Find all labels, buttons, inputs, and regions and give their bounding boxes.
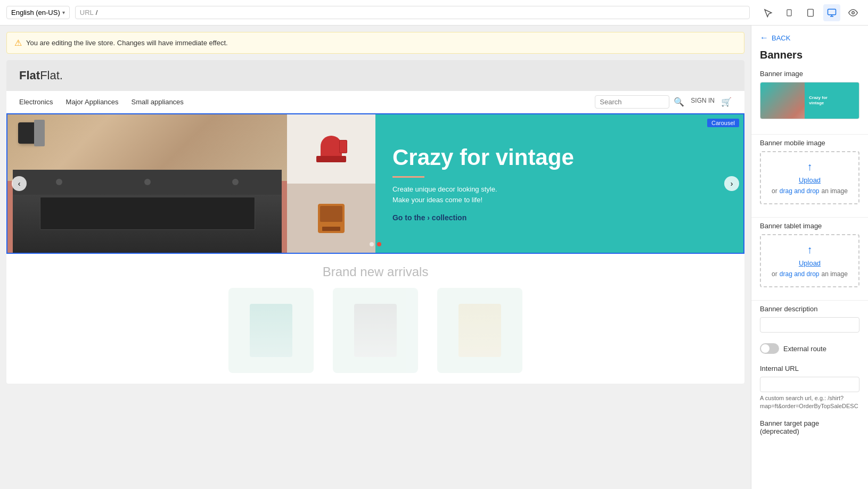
back-label: BACK bbox=[772, 34, 790, 42]
banner-description-input[interactable] bbox=[760, 317, 859, 333]
carousel-dot-2[interactable] bbox=[377, 242, 381, 246]
url-bar: URL / bbox=[75, 6, 750, 19]
product-image-3 bbox=[437, 288, 522, 373]
upload-or-text: or bbox=[772, 187, 777, 195]
banner-preview-overlay: Crazy for vintage bbox=[805, 82, 859, 119]
nav-search: 🔍 SIGN IN 🛒 bbox=[595, 95, 732, 109]
language-label: English (en-US) bbox=[11, 9, 60, 16]
search-input[interactable] bbox=[595, 95, 669, 109]
external-route-toggle[interactable] bbox=[760, 343, 779, 354]
banner-image-preview[interactable]: Crazy for vintage bbox=[760, 82, 859, 119]
cursor-icon[interactable] bbox=[759, 4, 776, 21]
product-grid bbox=[6, 288, 744, 384]
signin-label[interactable]: SIGN IN bbox=[691, 97, 715, 107]
svg-rect-4 bbox=[828, 9, 836, 15]
mobile-icon[interactable] bbox=[781, 4, 798, 21]
sidebar-title: Banners bbox=[751, 47, 868, 70]
banner-mid-bottom bbox=[287, 184, 375, 253]
banner-heading: Crazy for vintage bbox=[392, 145, 726, 170]
upload-tablet-image-text: an image bbox=[822, 270, 848, 278]
upload-tablet-drag-text: drag and drop bbox=[780, 270, 820, 278]
url-label: URL bbox=[80, 9, 94, 16]
svg-rect-0 bbox=[787, 10, 791, 16]
preview-text-line2: vintage bbox=[809, 101, 855, 106]
preview-text-line1: Crazy for bbox=[809, 95, 855, 101]
nav-icons: 🔍 SIGN IN 🛒 bbox=[674, 97, 732, 107]
back-button[interactable]: ← BACK bbox=[751, 26, 868, 47]
external-route-section: External route bbox=[751, 341, 868, 364]
desktop-icon[interactable] bbox=[823, 4, 840, 21]
svg-point-7 bbox=[852, 11, 855, 14]
upload-drag-text: drag and drop bbox=[780, 187, 820, 195]
upload-tablet-arrow-icon: ↑ bbox=[807, 244, 813, 256]
svg-rect-2 bbox=[808, 9, 814, 16]
banner-left-image bbox=[7, 114, 287, 253]
nav-item-electronics[interactable]: Electronics bbox=[19, 98, 53, 106]
main-layout: ⚠ You are editing the live store. Change… bbox=[0, 26, 868, 489]
cart-icon[interactable]: 🛒 bbox=[721, 97, 732, 107]
banner-middle bbox=[287, 114, 375, 253]
logo-bold: Flat bbox=[19, 69, 40, 82]
banner-tablet-label: Banner tablet image bbox=[760, 222, 859, 230]
banner-subtitle: Create unique decor looking style. Make … bbox=[392, 184, 499, 205]
banner-cta[interactable]: Go to the › collection bbox=[392, 213, 726, 222]
banner-description-section: Banner description bbox=[751, 305, 868, 341]
language-selector[interactable]: English (en-US) ▾ bbox=[6, 6, 70, 19]
upload-tablet-area[interactable]: ↑ Upload or drag and drop an image bbox=[760, 234, 859, 287]
url-value: / bbox=[96, 9, 98, 16]
store-nav: Electronics Major Appliances Small appli… bbox=[6, 91, 744, 113]
toggle-thumb bbox=[761, 344, 769, 353]
canvas-area: ⚠ You are editing the live store. Change… bbox=[0, 26, 751, 489]
target-page-section: Banner target page (deprecated) bbox=[751, 419, 868, 448]
product-card-1[interactable] bbox=[223, 288, 319, 373]
toolbar-icons bbox=[759, 4, 862, 21]
banner-mobile-label: Banner mobile image bbox=[760, 139, 859, 147]
internal-url-section: Internal URL A custom search url, e.g.: … bbox=[751, 364, 868, 419]
upload-mobile-area[interactable]: ↑ Upload or drag and drop an image bbox=[760, 151, 859, 204]
upload-mobile-button[interactable]: Upload bbox=[799, 176, 821, 184]
tablet-icon[interactable] bbox=[802, 4, 819, 21]
product-card-2[interactable] bbox=[327, 288, 423, 373]
banner-mid-top bbox=[287, 114, 375, 184]
banner-image-label: Banner image bbox=[760, 70, 859, 78]
nav-item-small[interactable]: Small appliances bbox=[132, 98, 184, 106]
banner-divider bbox=[392, 176, 424, 178]
upload-image-text: an image bbox=[822, 187, 848, 195]
banner-right: Crazy for vintage Create unique decor lo… bbox=[375, 114, 743, 253]
chevron-down-icon: ▾ bbox=[62, 10, 65, 15]
banner-mobile-section: Banner mobile image ↑ Upload or drag and… bbox=[751, 139, 868, 213]
upload-tablet-button[interactable]: Upload bbox=[799, 259, 821, 267]
banner-background bbox=[7, 114, 287, 253]
carousel-label: Carousel bbox=[707, 119, 739, 127]
banner-content: Crazy for vintage Create unique decor lo… bbox=[7, 114, 743, 253]
upload-arrow-icon: ↑ bbox=[807, 161, 813, 173]
store-preview: FlatFlat. Electronics Major Appliances S… bbox=[6, 60, 744, 384]
carousel-next-button[interactable]: › bbox=[724, 176, 739, 191]
eye-icon[interactable] bbox=[845, 4, 862, 21]
banner-carousel[interactable]: Carousel bbox=[6, 113, 744, 254]
warning-text: You are editing the live store. Changes … bbox=[26, 39, 228, 47]
right-sidebar: ← BACK Banners Banner image Crazy for vi… bbox=[751, 26, 868, 489]
banner-description-label: Banner description bbox=[760, 305, 859, 313]
section-title: Brand new arrivals bbox=[6, 254, 744, 288]
back-arrow-icon: ← bbox=[760, 33, 768, 43]
target-page-label: Banner target page (deprecated) bbox=[760, 419, 859, 435]
external-route-label: External route bbox=[783, 345, 826, 353]
internal-url-input[interactable] bbox=[760, 377, 859, 392]
carousel-dot-1[interactable] bbox=[370, 242, 374, 246]
oven-image bbox=[13, 170, 282, 253]
product-image-2 bbox=[333, 288, 418, 373]
carousel-prev-button[interactable]: ‹ bbox=[12, 176, 27, 191]
internal-url-label: Internal URL bbox=[760, 364, 859, 372]
top-bar: English (en-US) ▾ URL / bbox=[0, 0, 868, 26]
warning-bar: ⚠ You are editing the live store. Change… bbox=[6, 32, 744, 54]
search-icon[interactable]: 🔍 bbox=[674, 97, 684, 107]
upload-tablet-or-text: or bbox=[772, 270, 777, 278]
banner-image-section: Banner image Crazy for vintage bbox=[751, 70, 868, 130]
nav-item-major[interactable]: Major Appliances bbox=[66, 98, 119, 106]
product-card-3[interactable] bbox=[432, 288, 528, 373]
carousel-dots bbox=[370, 242, 381, 246]
banner-tablet-section: Banner tablet image ↑ Upload or drag and… bbox=[751, 222, 868, 296]
store-header: FlatFlat. bbox=[6, 60, 744, 91]
external-route-toggle-row: External route bbox=[760, 341, 859, 356]
